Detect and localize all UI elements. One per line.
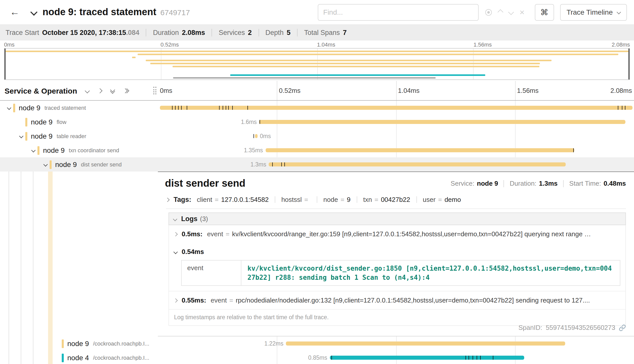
minimap-span-bar — [146, 60, 551, 61]
span-rows-bottom: node 9/cockroach.roachpb.I...1.22msnode … — [0, 336, 634, 364]
log-field-value: kv/kvclient/kvcoord/dist_sender.go:1850 … — [241, 261, 620, 285]
span-duration-bar[interactable] — [255, 134, 257, 138]
span-duration-bar[interactable] — [259, 120, 625, 124]
service-name: node 9 — [67, 339, 89, 348]
minimap-scrubber-right[interactable] — [628, 49, 629, 79]
span-expand-toggle[interactable] — [17, 135, 25, 138]
tag-value: 127.0.0.1:54582 — [221, 196, 269, 203]
service-operation-title: Service & Operation — [5, 86, 77, 95]
span-expand-toggle[interactable] — [41, 163, 50, 166]
find-input[interactable] — [318, 4, 479, 20]
summary-value: 2 — [248, 29, 252, 36]
tag: hostssl= — [281, 196, 311, 203]
span-duration-bar[interactable] — [265, 148, 574, 152]
log-summary: event=kv/kvclient/kvcoord/range_iter.go:… — [207, 230, 591, 238]
logs-header[interactable]: Logs (3) — [168, 212, 626, 225]
log-marker — [469, 356, 469, 360]
span-color-bar — [25, 118, 27, 126]
collapse-all-button[interactable] — [111, 88, 115, 93]
span-row-label[interactable]: node 9/cockroach.roachpb.I... — [0, 336, 158, 351]
logs-title: Logs — [181, 215, 198, 223]
span-row-timeline[interactable]: 1.3ms — [158, 157, 634, 172]
span-row: node 9flow1.6ms — [0, 115, 634, 129]
logs-accordion: Logs (3) 0.5ms:event=kv/kvclient/kvcoord… — [168, 212, 626, 326]
tag-value: demo — [445, 196, 461, 203]
operation-name: dist sender send — [81, 161, 122, 167]
log-marker — [247, 106, 248, 110]
separator — [563, 180, 564, 187]
log-entry-expanded[interactable]: 0.54ms — [169, 243, 625, 256]
span-row-label[interactable]: node 9traced statement — [0, 101, 158, 115]
deep-link-icon[interactable] — [619, 324, 626, 331]
operation-name: traced statement — [45, 105, 86, 111]
keyboard-shortcuts-button[interactable]: ⌘ — [535, 4, 554, 20]
span-row-label[interactable]: node 9table reader — [0, 129, 158, 143]
span-row: node 9txn coordinator send1.35ms — [0, 143, 634, 157]
span-row-timeline[interactable]: 0.85ms — [158, 351, 634, 364]
span-duration-bar[interactable] — [330, 356, 524, 360]
span-row-label[interactable]: node 9flow — [0, 115, 158, 129]
command-icon: ⌘ — [540, 7, 548, 17]
span-duration-label: 0ms — [257, 133, 273, 139]
operation-name: /cockroach.roachpb.I... — [93, 355, 150, 361]
logs-count: (3) — [200, 215, 208, 223]
span-row-label[interactable]: node 9txn coordinator send — [0, 143, 158, 157]
log-entry[interactable]: 0.55ms:event=rpc/nodedialer/nodedialer.g… — [169, 291, 625, 309]
span-row-label[interactable]: node 4/cockroach.roachpb.I... — [0, 351, 158, 364]
span-row-timeline[interactable] — [158, 101, 634, 115]
timeline-tick-label: 2.08ms — [610, 87, 632, 94]
span-duration-bar[interactable] — [269, 162, 566, 166]
summary-item: Duration2.08ms — [153, 29, 205, 36]
meta-value: 0.48ms — [604, 180, 626, 187]
log-entry[interactable]: 0.5ms:event=kv/kvclient/kvcoord/range_it… — [169, 225, 625, 243]
minimap-canvas[interactable] — [4, 48, 630, 80]
collapse-one-button[interactable] — [86, 89, 89, 92]
chevron-down-icon — [173, 217, 177, 221]
minimap-tick-label: 0ms — [4, 41, 15, 48]
top-bar: ← node 9: traced statement 6749717 × ⌘ T… — [0, 0, 634, 24]
tag-separator — [416, 196, 417, 203]
span-expand-toggle[interactable] — [29, 149, 37, 152]
equals-sign: = — [374, 196, 378, 203]
span-row-timeline[interactable]: 1.6ms — [158, 115, 634, 129]
minimap-span-bar — [150, 63, 540, 64]
operation-name: flow — [57, 119, 67, 125]
clear-search-button[interactable]: × — [520, 8, 525, 16]
minimap-span-bar — [132, 57, 136, 58]
column-resizer[interactable] — [153, 87, 156, 94]
chevron-right-icon — [166, 198, 170, 202]
span-row-timeline[interactable]: 1.35ms — [158, 143, 634, 157]
chevron-down-icon — [85, 88, 90, 93]
expand-one-button[interactable] — [98, 89, 102, 92]
span-color-bar — [37, 146, 39, 155]
equals-sign: = — [226, 230, 229, 238]
next-result-button[interactable] — [508, 9, 514, 15]
separator — [258, 29, 259, 36]
span-expand-toggle[interactable] — [5, 106, 13, 109]
minimap-scrubber-left[interactable] — [5, 49, 6, 79]
indent-guide — [33, 172, 33, 364]
tag-separator — [275, 196, 275, 203]
expand-all-button[interactable] — [124, 89, 129, 92]
trace-timeline-dropdown[interactable]: Trace Timeline — [560, 4, 627, 20]
separator — [212, 29, 212, 36]
span-row-timeline[interactable]: 1.22ms — [158, 336, 634, 351]
equals-sign: = — [341, 196, 344, 203]
indent-guide — [9, 172, 9, 364]
tag-key: user — [423, 196, 436, 203]
back-button[interactable]: ← — [6, 4, 23, 21]
span-duration-bar[interactable] — [286, 341, 565, 346]
trace-minimap: 0ms0.52ms1.04ms1.56ms2.08ms — [0, 40, 634, 80]
span-duration-bar[interactable] — [160, 106, 633, 110]
locate-result-icon[interactable] — [485, 9, 492, 15]
log-field-key: event — [182, 261, 241, 285]
indent-guide — [21, 172, 21, 364]
span-row-timeline[interactable]: 0ms — [158, 129, 634, 143]
span-duration-label: 1.3ms — [248, 161, 269, 167]
span-row-label[interactable]: node 9dist sender send — [0, 157, 158, 172]
minimap-tick-label: 1.56ms — [474, 41, 492, 48]
trace-header-collapse-toggle[interactable] — [31, 10, 36, 15]
tags-accordion[interactable]: Tags: client=127.0.0.1:54582hostssl=node… — [166, 196, 626, 209]
previous-result-button[interactable] — [497, 9, 503, 15]
timeline-tick-label: 1.04ms — [398, 87, 419, 94]
